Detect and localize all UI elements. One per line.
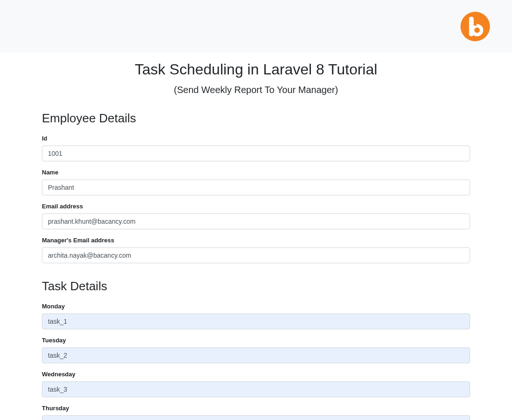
email-field-group: Email address (42, 203, 470, 229)
svg-point-3 (474, 27, 480, 33)
monday-field-group: Monday (42, 303, 470, 329)
wednesday-input[interactable] (42, 381, 470, 397)
manager-email-input[interactable] (42, 247, 470, 263)
manager-email-field-group: Manager's Email address (42, 237, 470, 263)
page-title: Task Scheduling in Laravel 8 Tutorial (42, 61, 470, 78)
id-input[interactable] (42, 146, 470, 161)
employee-section-heading: Employee Details (42, 111, 470, 126)
name-label: Name (42, 169, 470, 176)
page-subtitle: (Send Weekly Report To Your Manager) (42, 85, 470, 95)
monday-input[interactable] (42, 313, 470, 329)
wednesday-label: Wednesday (42, 371, 470, 378)
tuesday-input[interactable] (42, 347, 470, 363)
main-container: Task Scheduling in Laravel 8 Tutorial (S… (42, 61, 470, 420)
email-label: Email address (42, 203, 470, 210)
email-input[interactable] (42, 213, 470, 229)
wednesday-field-group: Wednesday (42, 371, 470, 397)
tuesday-field-group: Tuesday (42, 337, 470, 363)
logo-icon (460, 11, 491, 42)
id-label: Id (42, 135, 470, 142)
monday-label: Monday (42, 303, 470, 310)
thursday-field-group: Thursday (42, 405, 470, 420)
tuesday-label: Tuesday (42, 337, 470, 344)
manager-email-label: Manager's Email address (42, 237, 470, 244)
name-field-group: Name (42, 169, 470, 195)
header-bar (0, 0, 512, 53)
thursday-input[interactable] (42, 415, 470, 420)
name-input[interactable] (42, 180, 470, 195)
id-field-group: Id (42, 135, 470, 161)
thursday-label: Thursday (42, 405, 470, 412)
tasks-section-heading: Task Details (42, 279, 470, 293)
